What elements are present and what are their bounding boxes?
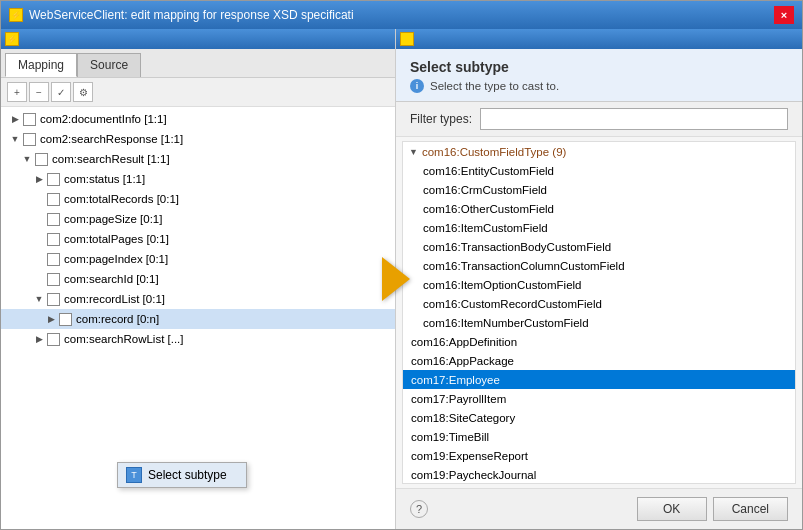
type-item-label: com16:TransactionBodyCustomField <box>423 241 611 253</box>
toggle-icon <box>33 213 45 225</box>
tree-item-label: com:pageIndex [0:1] <box>64 253 168 265</box>
collapse-all-button[interactable]: − <box>29 82 49 102</box>
tree-item[interactable]: ▼ com:searchResult [1:1] <box>1 149 395 169</box>
tree-checkbox[interactable] <box>47 173 60 186</box>
right-title-bar <box>396 29 802 49</box>
type-item[interactable]: com16:ItemCustomField <box>403 218 795 237</box>
tab-mapping[interactable]: Mapping <box>5 53 77 77</box>
toggle-icon <box>33 273 45 285</box>
tree-item[interactable]: ▼ com2:searchResponse [1:1] <box>1 129 395 149</box>
type-item[interactable]: com18:SiteCategory <box>403 408 795 427</box>
context-menu-item-select-subtype[interactable]: T Select subtype <box>118 463 246 487</box>
type-item-label: com16:CustomFieldType (9) <box>422 146 566 158</box>
type-item[interactable]: com17:PayrollItem <box>403 389 795 408</box>
filter-input[interactable] <box>480 108 788 130</box>
type-item[interactable]: com16:CrmCustomField <box>403 180 795 199</box>
tree-checkbox[interactable] <box>23 113 36 126</box>
info-text: Select the type to cast to. <box>430 80 559 92</box>
type-item[interactable]: com16:ItemOptionCustomField <box>403 275 795 294</box>
tree-checkbox[interactable] <box>35 153 48 166</box>
tree-item[interactable]: com:totalPages [0:1] <box>1 229 395 249</box>
info-line: i Select the type to cast to. <box>410 79 788 93</box>
type-item-label: com16:ItemCustomField <box>423 222 548 234</box>
type-item[interactable]: com16:TransactionBodyCustomField <box>403 237 795 256</box>
filter-label: Filter types: <box>410 112 472 126</box>
toolbar: + − ✓ ⚙ <box>1 78 395 107</box>
tree-checkbox[interactable] <box>47 213 60 226</box>
tree-checkbox[interactable] <box>47 333 60 346</box>
tree-checkbox[interactable] <box>47 233 60 246</box>
type-tree[interactable]: ▼ com16:CustomFieldType (9) com16:Entity… <box>402 141 796 484</box>
type-item-selected[interactable]: com17:Employee <box>403 370 795 389</box>
type-item-label: com16:CustomRecordCustomField <box>423 298 602 310</box>
settings-button[interactable]: ⚙ <box>73 82 93 102</box>
type-item-label: com16:OtherCustomField <box>423 203 554 215</box>
tree-checkbox[interactable] <box>47 253 60 266</box>
help-button[interactable]: ? <box>410 500 428 518</box>
tree-item-label: com2:documentInfo [1:1] <box>40 113 167 125</box>
tree-checkbox[interactable] <box>59 313 72 326</box>
ok-button[interactable]: OK <box>637 497 707 521</box>
type-item-label: com16:TransactionColumnCustomField <box>423 260 625 272</box>
toggle-icon[interactable]: ▶ <box>33 333 45 345</box>
type-item-label: com16:EntityCustomField <box>423 165 554 177</box>
tree-item-label: com:searchId [0:1] <box>64 273 159 285</box>
tree-item-label: com:status [1:1] <box>64 173 145 185</box>
title-bar-left: ⚡ WebServiceClient: edit mapping for res… <box>9 8 354 22</box>
tree-item-label: com2:searchResponse [1:1] <box>40 133 183 145</box>
tree-item-selected[interactable]: ▶ com:record [0:n] <box>1 309 395 329</box>
tree-checkbox[interactable] <box>47 273 60 286</box>
tree-checkbox[interactable] <box>47 193 60 206</box>
tree-item[interactable]: ▼ com:recordList [0:1] <box>1 289 395 309</box>
tree-item[interactable]: com:pageIndex [0:1] <box>1 249 395 269</box>
tree-item[interactable]: ▶ com2:documentInfo [1:1] <box>1 109 395 129</box>
tree-item[interactable]: com:totalRecords [0:1] <box>1 189 395 209</box>
type-item[interactable]: com16:ItemNumberCustomField <box>403 313 795 332</box>
context-menu: T Select subtype <box>117 462 247 488</box>
tree-item-label: com:searchResult [1:1] <box>52 153 170 165</box>
tree-item[interactable]: ▶ com:status [1:1] <box>1 169 395 189</box>
tab-source[interactable]: Source <box>77 53 141 77</box>
tree-checkbox[interactable] <box>23 133 36 146</box>
expand-all-button[interactable]: + <box>7 82 27 102</box>
type-item-label: com16:AppPackage <box>411 355 514 367</box>
tree-item-label: com:totalRecords [0:1] <box>64 193 179 205</box>
toggle-icon[interactable]: ▶ <box>33 173 45 185</box>
cancel-button[interactable]: Cancel <box>713 497 788 521</box>
type-item-label: com17:Employee <box>411 374 500 386</box>
arrow-area <box>382 29 410 529</box>
context-menu-label: Select subtype <box>148 468 227 482</box>
type-item[interactable]: com16:OtherCustomField <box>403 199 795 218</box>
tree-item-label: com:recordList [0:1] <box>64 293 165 305</box>
type-group-item[interactable]: ▼ com16:CustomFieldType (9) <box>403 142 795 161</box>
type-item[interactable]: com16:TransactionColumnCustomField <box>403 256 795 275</box>
type-item[interactable]: com16:AppPackage <box>403 351 795 370</box>
info-icon: i <box>410 79 424 93</box>
left-tree[interactable]: ▶ com2:documentInfo [1:1] ▼ com2:searchR… <box>1 107 395 529</box>
type-item[interactable]: com16:AppDefinition <box>403 332 795 351</box>
toggle-icon[interactable]: ▶ <box>45 313 57 325</box>
type-item[interactable]: com16:EntityCustomField <box>403 161 795 180</box>
tree-item[interactable]: com:pageSize [0:1] <box>1 209 395 229</box>
toggle-icon[interactable]: ▼ <box>21 153 33 165</box>
left-title-bar: ⚡ <box>1 29 395 49</box>
type-item[interactable]: com19:PaycheckJournal <box>403 465 795 484</box>
tree-item-label: com:record [0:n] <box>76 313 159 325</box>
tree-item-label: com:pageSize [0:1] <box>64 213 162 225</box>
type-item[interactable]: com19:TimeBill <box>403 427 795 446</box>
toggle-icon[interactable]: ▶ <box>9 113 21 125</box>
type-item[interactable]: com16:CustomRecordCustomField <box>403 294 795 313</box>
main-window: ⚡ WebServiceClient: edit mapping for res… <box>0 0 803 530</box>
bottom-bar: ? OK Cancel <box>396 488 802 529</box>
check-all-button[interactable]: ✓ <box>51 82 71 102</box>
tabs: Mapping Source <box>1 49 395 78</box>
toggle-icon[interactable]: ▼ <box>9 133 21 145</box>
toggle-icon[interactable]: ▼ <box>33 293 45 305</box>
right-panel: Select subtype i Select the type to cast… <box>396 29 802 529</box>
filter-area: Filter types: <box>396 102 802 137</box>
tree-checkbox[interactable] <box>47 293 60 306</box>
type-item[interactable]: com19:ExpenseReport <box>403 446 795 465</box>
tree-item[interactable]: ▶ com:searchRowList [...] <box>1 329 395 349</box>
close-button[interactable]: × <box>774 6 794 24</box>
tree-item[interactable]: com:searchId [0:1] <box>1 269 395 289</box>
